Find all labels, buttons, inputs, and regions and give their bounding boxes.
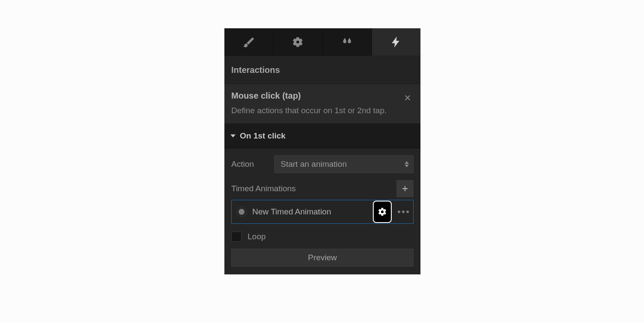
section-title-text: Interactions: [231, 65, 280, 75]
action-select[interactable]: Start an animation: [274, 155, 414, 173]
droplet-icon: [342, 36, 353, 48]
preview-button[interactable]: Preview: [231, 249, 414, 267]
select-arrows-icon: [405, 161, 409, 167]
loop-label: Loop: [248, 232, 266, 241]
gear-icon: [378, 207, 387, 217]
panel-tab-row: [224, 28, 420, 56]
add-animation-button[interactable]: [396, 180, 414, 197]
lightning-icon: [390, 36, 402, 48]
timed-animations-label: Timed Animations: [231, 184, 296, 193]
collapse-label: On 1st click: [240, 131, 286, 141]
dot-icon: [406, 211, 409, 213]
timed-animations-header: Timed Animations: [231, 180, 414, 197]
plus-icon: [401, 185, 409, 193]
trigger-title: Mouse click (tap): [231, 91, 414, 101]
on-first-click-header[interactable]: On 1st click: [224, 124, 420, 148]
tab-interactions[interactable]: [372, 28, 421, 56]
loop-row: Loop: [231, 232, 414, 242]
preview-label: Preview: [308, 253, 337, 262]
action-label: Action: [231, 159, 274, 169]
tab-style[interactable]: [224, 28, 274, 56]
edit-animation-button[interactable]: [373, 201, 392, 223]
action-row: Action Start an animation: [231, 155, 414, 173]
interactions-panel: Interactions Mouse click (tap) Define ac…: [224, 28, 420, 274]
brush-icon: [243, 36, 254, 48]
gear-icon: [292, 36, 303, 48]
action-select-value: Start an animation: [281, 159, 347, 169]
timed-animation-item[interactable]: New Timed Animation: [231, 200, 414, 224]
section-title: Interactions: [224, 56, 420, 84]
trigger-block: Mouse click (tap) Define actions that oc…: [224, 84, 420, 124]
radio-indicator: [239, 209, 245, 215]
loop-checkbox[interactable]: [231, 232, 242, 242]
caret-down-icon: [230, 133, 236, 138]
close-icon: [404, 94, 411, 102]
remove-trigger-button[interactable]: [399, 89, 416, 106]
on-first-click-body: Action Start an animation Timed Animatio…: [224, 148, 420, 274]
tab-effects[interactable]: [323, 28, 372, 56]
trigger-description: Define actions that occur on 1st or 2nd …: [231, 104, 414, 117]
dot-icon: [402, 211, 405, 213]
tab-settings[interactable]: [274, 28, 323, 56]
dot-icon: [398, 211, 400, 213]
animation-more-button[interactable]: [398, 211, 409, 213]
